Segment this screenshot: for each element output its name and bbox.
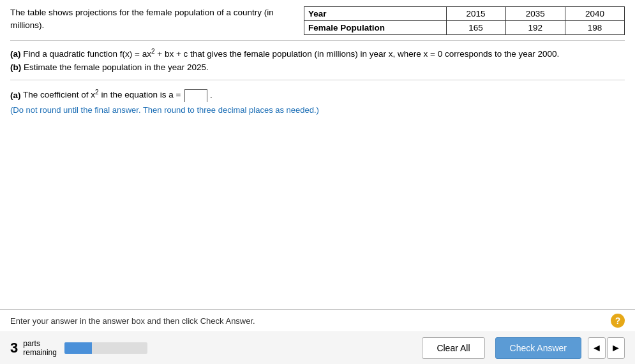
table-area: Year 2015 2035 2040 Female Population 16… — [304, 6, 625, 35]
instruction-text: (Do not round until the final answer. Th… — [10, 103, 625, 117]
top-section: The table shows projections for the fema… — [10, 6, 625, 41]
answer-input-wrapper[interactable] — [184, 89, 207, 102]
progress-bar — [64, 342, 147, 354]
check-answer-button[interactable]: Check Answer — [495, 337, 581, 359]
hint-text: Enter your answer in the answer box and … — [10, 316, 255, 326]
part-a-answer-label: (a) — [10, 90, 21, 99]
part-ab-instructions: (a) Find a quadratic function f(x) = ax2… — [10, 46, 625, 80]
col2-header: Female Population — [304, 21, 447, 35]
part-a-section: (a) The coefficient of x2 in the equatio… — [10, 87, 625, 118]
pop-2040: 198 — [565, 21, 624, 35]
year-2035: 2035 — [505, 7, 565, 21]
parts-remaining: 3 parts remaining — [10, 339, 147, 358]
data-table: Year 2015 2035 2040 Female Population 16… — [304, 6, 625, 35]
col1-header: Year — [304, 7, 447, 21]
problem-description: The table shows projections for the fema… — [10, 6, 304, 33]
help-icon[interactable]: ? — [611, 314, 625, 328]
part-b-text: Estimate the female population in the ye… — [24, 62, 209, 72]
answer-input-a[interactable] — [185, 91, 207, 103]
parts-number: 3 — [10, 340, 18, 356]
footer-hint: Enter your answer in the answer box and … — [0, 310, 635, 331]
pop-2035: 192 — [505, 21, 565, 35]
nav-next-button[interactable]: ► — [607, 337, 625, 359]
footer-actions: 3 parts remaining Clear All Check Answer… — [0, 331, 635, 364]
part-a-text: Find a quadratic function f(x) = ax2 + b… — [23, 49, 559, 59]
part-b-label: (b) — [10, 62, 21, 72]
part-a-answer-line: (a) The coefficient of x2 in the equatio… — [10, 87, 625, 103]
part-a-answer-prefix: The coefficient of x2 in the equation is… — [23, 90, 183, 99]
pop-2015: 165 — [446, 21, 505, 35]
main-content: The table shows projections for the fema… — [0, 0, 635, 118]
parts-label: parts remaining — [23, 339, 57, 358]
nav-prev-button[interactable]: ◄ — [588, 337, 606, 359]
part-a-label: (a) — [10, 49, 21, 59]
description-text: The table shows projections for the fema… — [10, 8, 274, 30]
clear-all-button[interactable]: Clear All — [422, 337, 484, 359]
bottom-bar: Enter your answer in the answer box and … — [0, 309, 635, 364]
progress-bar-fill — [64, 342, 92, 354]
year-2040: 2040 — [565, 7, 624, 21]
period: . — [210, 90, 213, 99]
year-2015: 2015 — [446, 7, 505, 21]
